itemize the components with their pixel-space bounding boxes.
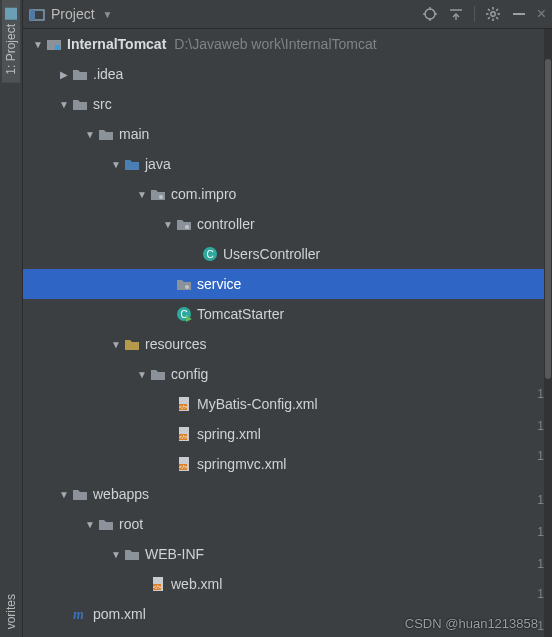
gear-icon[interactable] [485,6,501,22]
tree-row[interactable]: </>web.xml [23,569,544,599]
tree-row[interactable]: ▶.idea [23,59,544,89]
tree-scrollbar[interactable] [544,29,552,637]
tree-row[interactable]: </>MyBatis-Config.xml [23,389,544,419]
tree-row[interactable]: CUsersController [23,239,544,269]
dropdown-arrow-icon: ▼ [103,9,113,20]
xml-icon: </> [149,576,167,592]
gutter-line-marker: 1 [537,493,544,507]
tree-row[interactable]: ▼resources [23,329,544,359]
expand-toggle-icon[interactable]: ▼ [31,39,45,50]
tree-row-label: MyBatis-Config.xml [197,396,318,412]
tree-row-hint: D:\Javaweb work\InternalTomcat [174,36,376,52]
tree-row[interactable]: ▼InternalTomcatD:\Javaweb work\InternalT… [23,29,552,59]
tree-row-label: .idea [93,66,123,82]
tree-row[interactable]: </>spring.xml [23,419,544,449]
watermark: CSDN @huan1213858 [405,616,538,631]
tree-row[interactable]: service [23,269,544,299]
tree-row[interactable]: ▼root [23,509,544,539]
folder-icon [97,128,115,141]
tree-row[interactable]: ▼com.impro [23,179,544,209]
tree-row[interactable]: ▼src [23,89,544,119]
expand-toggle-icon[interactable]: ▼ [135,189,149,200]
tree-row-label: webapps [93,486,149,502]
svg-line-15 [496,17,498,19]
package-icon [175,218,193,231]
tree-row[interactable]: ▼webapps [23,479,544,509]
gutter-line-marker: 1 [537,387,544,401]
tree-row-label: com.impro [171,186,236,202]
project-tree[interactable]: ▼InternalTomcatD:\Javaweb work\InternalT… [23,29,544,629]
tree-row-label: InternalTomcat [67,36,166,52]
srcfolder-icon [123,158,141,171]
gutter-line-marker: 1 [537,587,544,601]
xml-icon: </> [175,426,193,442]
xml-icon: </> [175,396,193,412]
tree-row-label: resources [145,336,206,352]
svg-line-16 [488,17,490,19]
tree-row-label: service [197,276,241,292]
locate-icon[interactable] [422,6,438,22]
tree-row[interactable]: ▼controller [23,209,544,239]
gutter-line-marker: 1 [537,419,544,433]
tree-row-label: WEB-INF [145,546,204,562]
close-icon[interactable]: × [537,6,546,22]
tree-row-label: root [119,516,143,532]
side-tab-favorites[interactable]: vorites [2,586,20,637]
expand-toggle-icon[interactable]: ▼ [83,129,97,140]
svg-point-2 [425,9,435,19]
svg-text:C: C [206,249,213,260]
divider [474,6,475,22]
expand-toggle-icon[interactable]: ▼ [109,159,123,170]
expand-toggle-icon[interactable]: ▼ [57,99,71,110]
minimize-icon[interactable] [511,6,527,22]
collapse-all-icon[interactable] [448,6,464,22]
tree-row[interactable]: CTomcatStarter [23,299,544,329]
tree-row-label: controller [197,216,255,232]
expand-toggle-icon[interactable]: ▼ [83,519,97,530]
svg-text:m: m [73,607,84,622]
expand-toggle-icon[interactable]: ▼ [161,219,175,230]
gutter-line-marker: 1 [537,449,544,463]
side-tab-project[interactable]: 1: Project [2,0,20,83]
folder-icon [123,548,141,561]
tree-row-label: pom.xml [93,606,146,622]
tree-row[interactable]: ▼config [23,359,544,389]
tree-row-label: springmvc.xml [197,456,286,472]
expand-toggle-icon[interactable]: ▼ [135,369,149,380]
scrollbar-thumb[interactable] [545,59,551,379]
svg-point-23 [185,225,189,229]
svg-point-9 [490,12,494,16]
folder-icon [149,368,167,381]
tool-window-title[interactable]: Project ▼ [29,6,112,22]
svg-rect-18 [513,13,525,15]
tree-row-label: config [171,366,208,382]
tree-row-label: UsersController [223,246,320,262]
tree-row[interactable]: ▼main [23,119,544,149]
tree-row[interactable]: ▼java [23,149,544,179]
expand-toggle-icon[interactable]: ▶ [57,69,71,80]
expand-toggle-icon[interactable]: ▼ [57,489,71,500]
gutter-line-marker: 1 [537,525,544,539]
folder-icon [71,488,89,501]
xml-icon: </> [175,456,193,472]
tree-row[interactable]: ▼WEB-INF [23,539,544,569]
class-icon: C [201,246,219,262]
side-tab-favorites-label: vorites [4,594,18,629]
svg-rect-21 [55,45,60,50]
module-icon [45,37,63,51]
svg-text:</>: </> [153,584,162,590]
package-icon [149,188,167,201]
editor-gutter-peek: 11111111 [526,29,544,637]
maven-icon: m [71,606,89,622]
tree-row-label: java [145,156,171,172]
svg-line-17 [496,9,498,11]
expand-toggle-icon[interactable]: ▼ [109,339,123,350]
tool-window-toolbar: Project ▼ × [23,0,552,29]
tree-row-label: TomcatStarter [197,306,284,322]
expand-toggle-icon[interactable]: ▼ [109,549,123,560]
svg-point-26 [185,285,189,289]
tree-row[interactable]: </>springmvc.xml [23,449,544,479]
svg-text:</>: </> [179,464,188,470]
resfolder-icon [123,338,141,351]
svg-text:</>: </> [179,434,188,440]
